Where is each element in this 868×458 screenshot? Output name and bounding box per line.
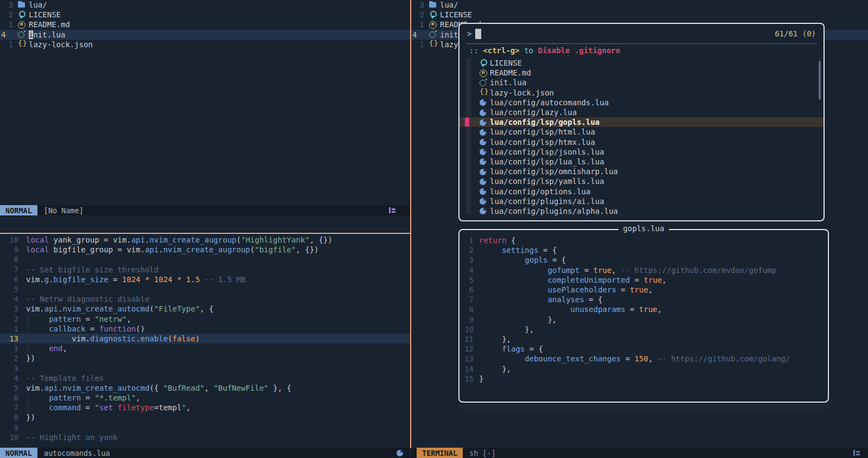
code-line[interactable]: 9 — [0, 423, 410, 432]
picker-item[interactable]: lua/config/lazy.lua — [459, 107, 824, 117]
picker-item[interactable]: lazy-lock.json — [459, 88, 824, 98]
mode-indicator: NORMAL — [0, 205, 37, 215]
picker-item-name: lua/config/autocomands.lua — [490, 98, 609, 107]
terminal-cursor[interactable] — [475, 29, 481, 39]
code-line[interactable]: 7│ command = "set filetype=templ", — [0, 403, 410, 412]
picker-item-name: lazy-lock.json — [490, 88, 554, 97]
picker-item[interactable]: lua/config/lsp/gopls.lua — [459, 117, 824, 127]
code-line[interactable]: 4-- Netrw diagnostic disable — [0, 294, 410, 304]
file-row[interactable]: 2LICENSE — [411, 10, 868, 20]
code-line[interactable]: 10-- Highlight on yank — [0, 432, 410, 442]
file-name: LICENSE — [440, 10, 472, 19]
picker-item[interactable]: lua/config/options.lua — [459, 186, 824, 196]
file-row[interactable]: 1README.md — [0, 20, 410, 29]
lua-blue-icon — [479, 207, 488, 215]
picker-item-name: lua/config/lsp/html.lua — [490, 128, 595, 136]
code-line[interactable]: 8}) — [0, 412, 410, 422]
code-line[interactable]: 3 — [0, 363, 410, 373]
lua-blue-icon — [479, 187, 488, 195]
file-explorer-left: 3lua/2LICENSE1README.md4init.lua1lazy-lo… — [0, 0, 410, 49]
code-line[interactable]: 4 gofumpt = true, -- https://github.com/… — [459, 265, 828, 275]
code-line[interactable]: 12 flags = { — [459, 344, 828, 354]
lua-blue-icon — [479, 109, 488, 117]
prompt-caret: > — [467, 29, 471, 38]
code-line[interactable]: 11 }, — [459, 334, 828, 344]
file-row[interactable]: 3lua/ — [0, 0, 410, 10]
code-line[interactable]: 1│ end, — [0, 344, 410, 353]
code-line[interactable]: 5 completeUnimported = true, — [459, 275, 828, 285]
file-row[interactable]: 2LICENSE — [0, 10, 410, 20]
lua-blue-icon — [479, 157, 488, 166]
picker-item-name: lua/config/lsp/gopls.lua — [490, 118, 599, 126]
code-line[interactable]: 2}) — [0, 353, 410, 363]
float-shadow — [458, 404, 829, 410]
picker-item[interactable]: lua/config/lsp/html.lua — [459, 127, 824, 137]
horizontal-window-separator[interactable] — [0, 233, 411, 234]
picker-item[interactable]: lua/config/lsp/jsonls.lua — [459, 147, 824, 157]
picker-item[interactable]: LICENSE — [459, 58, 824, 68]
picker-item[interactable]: lua/config/autocomands.lua — [459, 98, 824, 107]
code-line[interactable]: 1│ callback = function() — [0, 324, 410, 334]
picker-item[interactable]: lua/config/lsp/yamlls.lua — [459, 176, 824, 186]
code-line[interactable]: 6 usePlaceholders = true, — [459, 285, 828, 295]
preview-title: gopls.lua — [618, 224, 669, 233]
code-line[interactable]: 5vim.api.nvim_create_autocmd({ "BufRead"… — [0, 383, 410, 393]
vertical-window-separator[interactable] — [410, 0, 411, 448]
code-line[interactable]: 6│ pattern = "*.templ", — [0, 393, 410, 403]
picker-item-name: init.lua — [490, 78, 526, 87]
braces-icon — [479, 88, 488, 97]
file-row[interactable]: 4init.lua — [0, 30, 410, 40]
picker-item-name: README.md — [490, 68, 531, 77]
preview-code: 1return {2 settings = {3 gopls = {4 gofu… — [459, 230, 828, 384]
code-line[interactable]: 8 unusedparams = true, — [459, 304, 828, 314]
file-row[interactable]: 1lazy-lock.json — [0, 40, 410, 49]
code-line[interactable]: 15} — [459, 374, 828, 384]
lua-blue-icon — [479, 148, 488, 156]
markdown-icon — [429, 21, 437, 29]
code-line[interactable]: 13 vim.diagnostic.enable(false) — [0, 334, 410, 344]
picker-item[interactable]: init.lua — [459, 78, 824, 87]
code-line[interactable]: 13 debounce_text_changes = 150, -- https… — [459, 354, 828, 364]
picker-item-name: lua/config/lazy.lua — [490, 108, 577, 117]
code-line[interactable]: 6vim.g.bigfile_size = 1024 * 1024 * 1.5 … — [0, 275, 410, 284]
buffer-name: sh [-] — [469, 449, 496, 457]
lua-green-icon — [479, 79, 488, 87]
fzf-results-list: LICENSEREADME.mdinit.lualazy-lock.jsonlu… — [459, 58, 824, 216]
file-row[interactable]: 3lua/ — [411, 0, 868, 10]
mode-indicator: TERMINAL — [417, 448, 463, 458]
picker-item-name: LICENSE — [490, 59, 522, 67]
code-line[interactable]: 8 — [0, 255, 410, 264]
statusline-code: NORMAL autocomands.lua — [0, 448, 410, 458]
file-name: LICENSE — [29, 10, 61, 19]
statusline-explorer: NORMAL [No Name] — [0, 205, 410, 215]
picker-item[interactable]: lua/config/plugins/alpha.lua — [459, 206, 824, 216]
picker-item-name: lua/config/lsp/yamlls.lua — [490, 177, 604, 186]
code-line[interactable]: 2 settings = { — [459, 245, 828, 255]
code-line[interactable]: 3 gopls = { — [459, 255, 828, 265]
file-name: lua/ — [29, 1, 47, 9]
picker-item[interactable]: lua/config/lsp/lua_ls.lua — [459, 157, 824, 167]
code-line[interactable]: 10 }, — [459, 325, 828, 334]
picker-item[interactable]: lua/config/lsp/htmx.lua — [459, 137, 824, 147]
code-line[interactable]: 5 — [0, 284, 410, 294]
fzf-picker-float: > 61/61 (0) :: <ctrl-g> to Disable .giti… — [458, 23, 825, 221]
code-line[interactable]: 7 analyses = { — [459, 295, 828, 304]
lua-blue-icon — [479, 197, 488, 205]
code-line[interactable]: 4-- Template files — [0, 373, 410, 383]
fzf-scrollbar[interactable] — [819, 61, 821, 100]
code-line[interactable]: 7-- Set bigfile size threshold — [0, 265, 410, 275]
picker-item[interactable]: lua/config/plugins/ai.lua — [459, 196, 824, 206]
code-line[interactable]: 9 }, — [459, 315, 828, 325]
code-line[interactable]: 9local bigfile_group = vim.api.nvim_crea… — [0, 245, 410, 255]
picker-item[interactable]: lua/config/lsp/omnisharp.lua — [459, 167, 824, 176]
picker-item[interactable]: README.md — [459, 68, 824, 78]
lua-blue-icon — [479, 177, 488, 186]
lua-icon — [396, 449, 405, 457]
folder-icon — [429, 1, 437, 9]
code-line[interactable]: 3vim.api.nvim_create_autocmd("FileType",… — [0, 304, 410, 314]
code-line[interactable]: 14 }, — [459, 364, 828, 373]
code-line[interactable]: 2│ pattern = "netrw", — [0, 314, 410, 324]
code-line[interactable]: 10local yank_group = vim.api.nvim_create… — [0, 235, 410, 245]
markdown-icon — [479, 69, 488, 77]
code-line[interactable]: 1return { — [459, 236, 828, 245]
